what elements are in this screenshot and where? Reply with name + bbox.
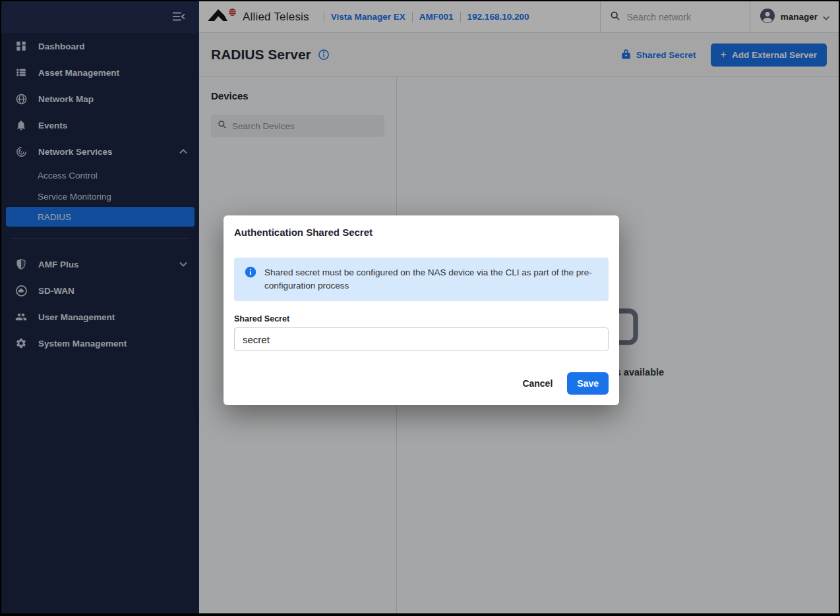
app-window: Dashboard Asset Management Network Map: [0, 0, 840, 616]
authentication-shared-secret-dialog: Authentication Shared Secret Shared secr…: [224, 215, 619, 405]
info-alert: Shared secret must be configured on the …: [234, 258, 609, 301]
info-alert-text: Shared secret must be configured on the …: [264, 266, 594, 293]
dialog-footer: Cancel Save: [234, 372, 609, 395]
info-filled-icon: [245, 266, 256, 281]
shared-secret-field-label: Shared Secret: [234, 314, 609, 323]
shared-secret-input[interactable]: [234, 327, 609, 351]
cancel-button[interactable]: Cancel: [516, 373, 559, 394]
save-button[interactable]: Save: [567, 372, 609, 395]
dialog-title: Authentication Shared Secret: [234, 227, 609, 238]
